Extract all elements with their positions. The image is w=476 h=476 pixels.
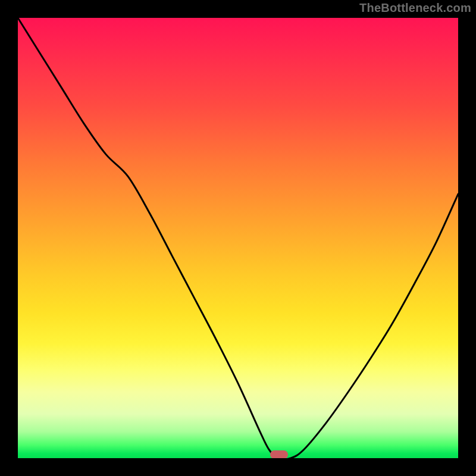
watermark-text: TheBottleneck.com xyxy=(359,1,471,15)
plot-area xyxy=(18,18,458,458)
optimal-marker xyxy=(270,450,288,458)
bottleneck-curve xyxy=(18,18,458,458)
chart-frame: TheBottleneck.com xyxy=(0,0,476,476)
